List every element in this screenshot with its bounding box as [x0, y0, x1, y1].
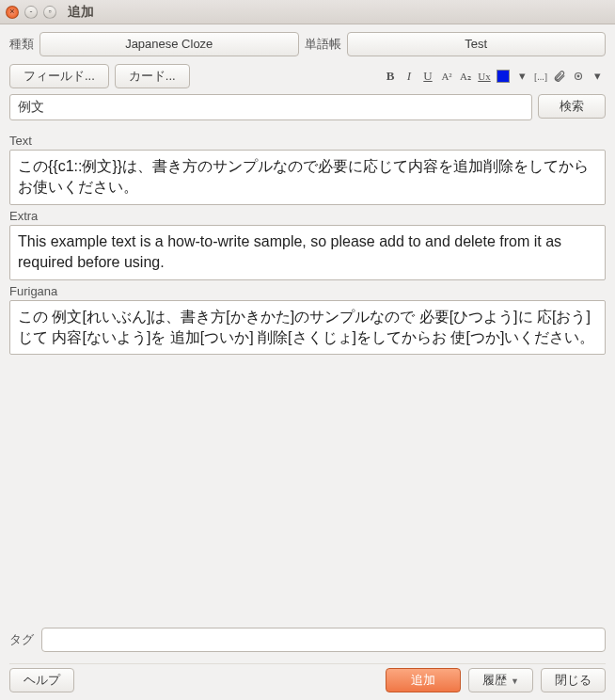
search-button[interactable]: 検索 [538, 94, 606, 119]
maximize-icon[interactable]: ▫ [43, 6, 56, 19]
tags-input[interactable] [41, 628, 606, 652]
minimize-icon[interactable]: ‐ [24, 6, 38, 19]
remove-format-button[interactable]: Ux [476, 67, 493, 86]
history-label: 履歴 [482, 673, 507, 687]
italic-button[interactable]: I [401, 67, 418, 86]
fields-area: Text この{{c1::例文}}は、書き方のサンプルなので必要に応じて内容を追… [9, 130, 606, 618]
color-swatch-icon [497, 70, 510, 83]
note-type-selector[interactable]: Japanese Cloze [39, 32, 299, 56]
paperclip-icon [553, 70, 566, 83]
text-color-button[interactable] [495, 67, 512, 86]
field-label-furigana: Furigana [9, 284, 606, 298]
field-input-furigana[interactable]: この 例文[れいぶん]は、書き方[かきかた]のサンプルなので 必要[ひつよう]に… [9, 300, 606, 356]
superscript-button[interactable]: A² [438, 67, 455, 86]
cards-button[interactable]: カード... [115, 64, 190, 88]
window-title: 追加 [68, 4, 94, 21]
field-input-extra[interactable]: This example text is a how-to-write samp… [9, 225, 606, 280]
underline-button[interactable]: U [419, 67, 436, 86]
close-button[interactable]: 閉じる [541, 668, 606, 692]
add-button[interactable]: 追加 [386, 668, 461, 692]
fields-button[interactable]: フィールド... [9, 64, 109, 88]
search-input[interactable] [9, 94, 532, 120]
record-icon [572, 70, 585, 83]
record-button[interactable] [570, 67, 587, 86]
deck-label: 単語帳 [305, 36, 341, 53]
svg-point-1 [577, 75, 580, 78]
help-button[interactable]: ヘルプ [9, 668, 74, 692]
close-icon[interactable]: × [6, 6, 19, 19]
bold-button[interactable]: B [382, 67, 399, 86]
color-dropdown-button[interactable]: ▾ [513, 67, 530, 86]
cloze-button[interactable]: [...] [532, 67, 549, 86]
format-toolbar: B I U A² A₂ Ux ▾ [...] ▾ [382, 67, 606, 86]
field-label-extra: Extra [9, 209, 606, 223]
titlebar: × ‐ ▫ 追加 [0, 0, 615, 24]
type-label: 種類 [9, 36, 34, 53]
field-label-text: Text [9, 134, 606, 148]
deck-selector[interactable]: Test [347, 32, 607, 56]
more-button[interactable]: ▾ [589, 67, 606, 86]
type-deck-row: 種類 Japanese Cloze 単語帳 Test [9, 32, 606, 56]
tags-label: タグ [9, 631, 34, 648]
history-button[interactable]: 履歴▼ [468, 668, 533, 692]
attach-button[interactable] [551, 67, 568, 86]
field-input-text[interactable]: この{{c1::例文}}は、書き方のサンプルなので必要に応じて内容を追加削除をし… [9, 150, 606, 205]
chevron-down-icon: ▼ [511, 676, 519, 686]
subscript-button[interactable]: A₂ [457, 67, 474, 86]
